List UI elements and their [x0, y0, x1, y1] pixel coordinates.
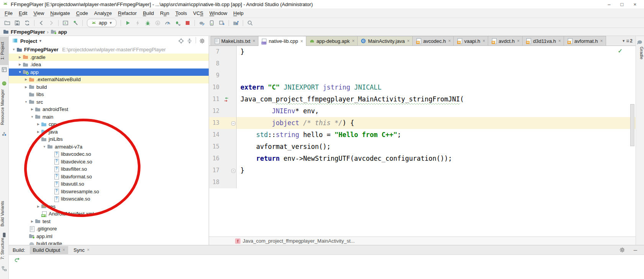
tree-row[interactable]: ▶test — [9, 218, 209, 225]
tree-row[interactable]: ▼app — [9, 69, 209, 76]
maximize-button[interactable]: □ — [621, 2, 624, 7]
tree-row[interactable]: ▶res — [9, 203, 209, 210]
locate-button[interactable] — [177, 37, 185, 45]
expand-arrow-icon[interactable]: ▶ — [17, 55, 23, 59]
editor-tab-vaapi-h[interactable]: vaapi.h× — [453, 36, 488, 46]
tree-row[interactable]: ?libavutil.so — [9, 180, 209, 188]
expand-arrow-icon[interactable]: ▼ — [29, 115, 35, 119]
tree-row[interactable]: libs — [9, 91, 209, 98]
expand-arrow-icon[interactable]: ▶ — [29, 108, 35, 111]
menu-item-help[interactable]: Help — [230, 9, 247, 17]
minimize-button[interactable]: ─ — [634, 247, 637, 253]
expand-arrow-icon[interactable]: ▶ — [29, 220, 35, 223]
menu-item-navigate[interactable]: Navigate — [47, 9, 73, 17]
inspection-ok-icon[interactable]: ✓ — [618, 47, 623, 54]
editor-tab-native-lib-cpp[interactable]: native-lib.cpp× — [258, 36, 306, 46]
expand-arrow-icon[interactable]: ▼ — [23, 100, 29, 104]
tree-row[interactable]: ?libavcodec.so — [9, 150, 209, 158]
expand-arrow-icon[interactable]: ▶ — [36, 205, 41, 208]
tree-row[interactable]: ?libavfilter.so — [9, 165, 209, 173]
expand-arrow-icon[interactable]: ▶ — [36, 130, 41, 134]
stop-button[interactable] — [183, 19, 193, 27]
sdk-manager-button[interactable] — [217, 19, 227, 27]
expand-arrow-icon[interactable]: ▼ — [11, 48, 16, 51]
run-window-button[interactable] — [60, 19, 70, 27]
tool-window-button-resource-manager[interactable]: Resource Manager — [0, 87, 8, 127]
close-icon[interactable]: × — [352, 38, 355, 44]
expand-arrow-icon[interactable]: ▶ — [17, 63, 23, 66]
close-icon[interactable]: × — [62, 247, 65, 253]
menu-item-analyze[interactable]: Analyze — [91, 9, 115, 17]
tree-row[interactable]: ?libswscale.so — [9, 195, 209, 203]
hidden-tabs-control[interactable]: ▼≡2 — [619, 38, 636, 44]
jni-mapping-icon[interactable] — [222, 93, 230, 105]
gear-button[interactable] — [198, 37, 206, 45]
menu-item-view[interactable]: View — [30, 9, 47, 17]
menu-item-window[interactable]: Window — [206, 9, 230, 17]
profiler-button[interactable] — [163, 19, 173, 27]
menu-item-code[interactable]: Code — [73, 9, 91, 17]
tree-row[interactable]: ▼jniLibs — [9, 135, 209, 143]
editor-scrollbar-thumb[interactable] — [630, 104, 634, 146]
editor-tab-avdct-h[interactable]: avdct.h× — [488, 36, 523, 46]
menu-item-run[interactable]: Run — [157, 9, 172, 17]
close-icon[interactable]: × — [407, 38, 410, 44]
tree-row[interactable]: MFAndroidManifest.xml — [9, 210, 209, 218]
editor-tab-makelists-txt[interactable]: MakeLists.txt× — [211, 36, 258, 46]
close-icon[interactable]: × — [300, 39, 303, 44]
close-icon[interactable]: × — [600, 38, 603, 44]
tree-row[interactable]: ▼src — [9, 98, 209, 106]
tree-row[interactable]: ▶androidTest — [9, 106, 209, 113]
run-config-selector[interactable]: app▼ — [87, 19, 116, 27]
tree-row[interactable]: ?libavdevice.so — [9, 158, 209, 166]
chevron-down-icon[interactable]: ▼ — [39, 39, 42, 43]
tree-row[interactable]: build.gradle — [9, 240, 209, 245]
menu-item-edit[interactable]: Edit — [16, 9, 30, 17]
menu-item-vcs[interactable]: VCS — [190, 9, 206, 17]
tree-row[interactable]: ▶build — [9, 83, 209, 91]
device-manager-button[interactable] — [207, 19, 217, 27]
attach-debug-button[interactable] — [173, 19, 183, 27]
tree-row[interactable]: ▼FFmpegPlayerE:\projectdown\wlplayer-mas… — [9, 46, 209, 54]
tree-row[interactable]: ▼armeabi-v7a — [9, 143, 209, 151]
fold-marker-icon[interactable] — [230, 117, 237, 129]
close-icon[interactable]: × — [482, 38, 485, 44]
project-structure-button[interactable] — [231, 19, 241, 27]
expand-arrow-icon[interactable]: ▼ — [17, 70, 23, 74]
tree-row[interactable]: ▶java — [9, 128, 209, 136]
expand-arrow-icon[interactable]: ▶ — [36, 122, 41, 126]
tree-row[interactable]: ▶cpp — [9, 121, 209, 128]
debug-button[interactable] — [143, 19, 153, 27]
tree-row[interactable]: ▼main — [9, 113, 209, 121]
editor-body[interactable]: 7}8910extern "C" JNIEXPORT jstring JNICA… — [209, 46, 636, 237]
editor-tab-app-debug-apk[interactable]: app-debug.apk× — [306, 36, 358, 46]
open-folder-button[interactable] — [2, 19, 12, 27]
forward-button[interactable] — [46, 19, 56, 27]
tree-row[interactable]: ?libswresample.so — [9, 188, 209, 196]
lightning-button[interactable] — [133, 19, 143, 27]
editor-tab-avformat-h[interactable]: avformat.h× — [564, 36, 606, 46]
breadcrumb-item-app[interactable]: app — [51, 29, 67, 35]
tree-row[interactable]: .gitignore — [9, 225, 209, 233]
tool-window-button-build-variants[interactable]: Build Variants — [0, 197, 8, 230]
editor-tab-avcodec-h[interactable]: avcodec.h× — [412, 36, 454, 46]
back-button[interactable] — [36, 19, 46, 27]
close-icon[interactable]: × — [87, 247, 90, 253]
project-panel-title[interactable]: Project — [20, 38, 37, 44]
attach-button[interactable] — [153, 19, 163, 27]
menu-item-build[interactable]: Build — [140, 9, 157, 17]
menu-item-refactor[interactable]: Refactor — [115, 9, 140, 17]
search-button[interactable] — [245, 19, 255, 27]
expand-arrow-icon[interactable]: ▶ — [23, 85, 29, 89]
tree-row[interactable]: ▶.gradle — [9, 54, 209, 61]
expand-arrow-icon[interactable]: ▶ — [23, 78, 29, 81]
tool-window-button--structure[interactable]: 7: Structure — [0, 233, 8, 264]
android-green-icon[interactable] — [1, 80, 7, 86]
editor-tab-mainactivity-java[interactable]: MainActivity.java× — [357, 36, 413, 46]
rerun-build-icon[interactable] — [14, 257, 20, 263]
tool-window-button-gradle[interactable]: Gradle — [636, 47, 644, 59]
fold-marker-icon[interactable] — [230, 165, 237, 176]
close-icon[interactable]: × — [558, 38, 561, 44]
minimize-button[interactable]: – — [608, 2, 610, 7]
build-tab-sync[interactable]: Sync× — [70, 246, 93, 254]
